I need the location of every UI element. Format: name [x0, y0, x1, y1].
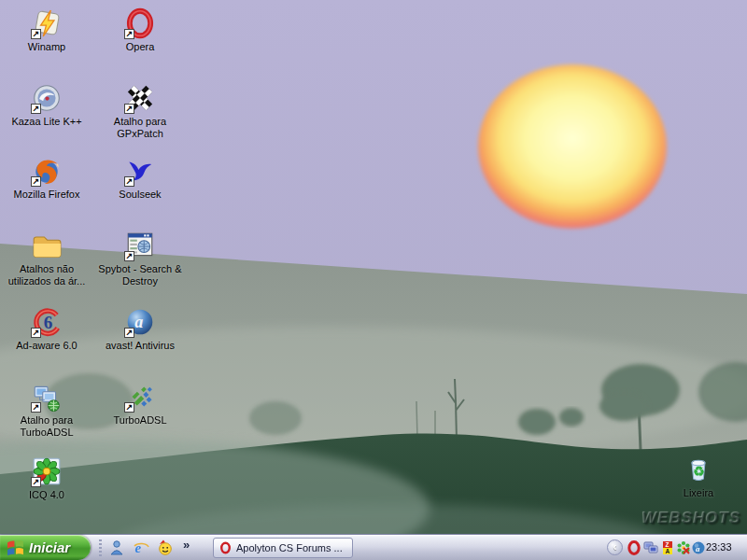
- tray-collapse-chevron[interactable]: ‹: [607, 539, 623, 555]
- quick-launch-icq[interactable]: [155, 539, 176, 557]
- shortcut-arrow-icon: ↗: [31, 29, 41, 39]
- windows-flag-icon: [7, 539, 24, 555]
- recycle-bin-icon: ♻: [683, 454, 714, 485]
- desktop-icon-winamp[interactable]: ↗ Winamp: [0, 7, 93, 53]
- shortcut-arrow-icon: ↗: [124, 29, 134, 39]
- desktop-icon-turboadsl[interactable]: ↗ TurboADSL: [93, 381, 187, 427]
- desktop-icon-adaware[interactable]: 6 ↗ Ad-aware 6.0: [0, 306, 93, 352]
- quick-launch-messenger[interactable]: [106, 539, 127, 557]
- icon-label: avast! Antivirus: [106, 340, 175, 352]
- quick-launch-handle[interactable]: [99, 539, 102, 556]
- icon-label: Spybot - Search & Destroy: [93, 263, 187, 287]
- icon-label: Atalhos não utilizados da ár...: [0, 263, 93, 287]
- folder-icon: [31, 230, 63, 261]
- webshots-watermark: WEBSHOTS: [642, 510, 741, 528]
- desktop-icon-spybot[interactable]: ↗ Spybot - Search & Destroy: [93, 230, 187, 287]
- svg-text:♻: ♻: [693, 464, 704, 479]
- desktop-icon-atalho-turboadsl[interactable]: ↗ Atalho para TurboADSL: [0, 381, 93, 439]
- shortcut-arrow-icon: ↗: [124, 251, 134, 261]
- svg-text:A: A: [666, 548, 670, 554]
- shortcut-arrow-icon: ↗: [31, 328, 41, 338]
- tray-avast-icon[interactable]: a: [691, 540, 706, 555]
- desktop-icon-unused-shortcuts-folder[interactable]: Atalhos não utilizados da ár...: [0, 230, 93, 287]
- shortcut-arrow-icon: ↗: [124, 402, 134, 413]
- shortcut-arrow-icon: ↗: [124, 104, 134, 114]
- svg-text:Z: Z: [666, 541, 669, 548]
- desktop-icon-icq[interactable]: ↗ ICQ 4.0: [0, 455, 93, 501]
- desktop-icon-gpxpatch[interactable]: ↗ Atalho para GPxPatch: [93, 82, 187, 140]
- desktop-icon-kazaa[interactable]: ↗ Kazaa Lite K++: [0, 82, 93, 128]
- start-label: Iniciar: [29, 539, 70, 555]
- shortcut-arrow-icon: ↗: [31, 477, 41, 487]
- icon-label: Winamp: [28, 41, 65, 53]
- icon-label: Lixeira: [684, 487, 713, 499]
- opera-icon: [219, 541, 232, 554]
- svg-text:a: a: [696, 544, 700, 553]
- tray-network-icon[interactable]: [643, 540, 658, 555]
- start-button[interactable]: Iniciar: [0, 535, 91, 560]
- internet-explorer-icon: e: [133, 539, 149, 556]
- tray-clock[interactable]: 23:33: [706, 541, 743, 553]
- sun: [478, 64, 667, 229]
- windows-messenger-icon: [108, 539, 125, 556]
- desktop-icon-recycle-bin[interactable]: ♻ Lixeira: [652, 454, 745, 499]
- quick-launch-overflow-chevron[interactable]: »: [183, 538, 190, 552]
- desktop-icon-avast[interactable]: a ↗ avast! Antivirus: [93, 306, 187, 352]
- shortcut-arrow-icon: ↗: [124, 328, 134, 338]
- tray-opera-icon[interactable]: [627, 540, 641, 555]
- quick-launch-internet-explorer[interactable]: e: [131, 539, 151, 557]
- desktop-icon-firefox[interactable]: ↗ Mozilla Firefox: [0, 155, 93, 201]
- icon-label: ICQ 4.0: [29, 489, 64, 501]
- taskbar: Iniciar e » Apolyton CS Forums ... ‹: [0, 534, 747, 560]
- svg-text:e: e: [135, 540, 142, 555]
- shortcut-arrow-icon: ↗: [124, 176, 134, 187]
- task-label: Apolyton CS Forums ...: [236, 542, 343, 553]
- icq-smiley-icon: [157, 539, 174, 556]
- taskbar-task-apolyton[interactable]: Apolyton CS Forums ...: [213, 538, 353, 558]
- icon-label: TurboADSL: [113, 414, 166, 427]
- icon-label: Mozilla Firefox: [14, 189, 80, 201]
- tray-zonealarm-icon[interactable]: Z A: [660, 540, 675, 555]
- svg-text:6: 6: [44, 313, 53, 332]
- icon-label: Atalho para GPxPatch: [93, 116, 187, 140]
- icon-label: Opera: [126, 41, 155, 53]
- desktop-icon-opera[interactable]: ↗ Opera: [93, 7, 187, 53]
- shortcut-arrow-icon: ↗: [31, 176, 41, 187]
- icon-label: Ad-aware 6.0: [16, 340, 77, 352]
- shortcut-arrow-icon: ↗: [31, 402, 41, 413]
- desktop-icon-soulseek[interactable]: ↗ Soulseek: [93, 155, 187, 201]
- icon-label: Soulseek: [119, 189, 161, 201]
- shortcut-arrow-icon: ↗: [31, 104, 41, 114]
- svg-text:a: a: [134, 313, 143, 331]
- tray-icq-offline-icon[interactable]: [676, 540, 691, 555]
- icon-label: Atalho para TurboADSL: [0, 414, 93, 439]
- icon-label: Kazaa Lite K++: [11, 116, 81, 128]
